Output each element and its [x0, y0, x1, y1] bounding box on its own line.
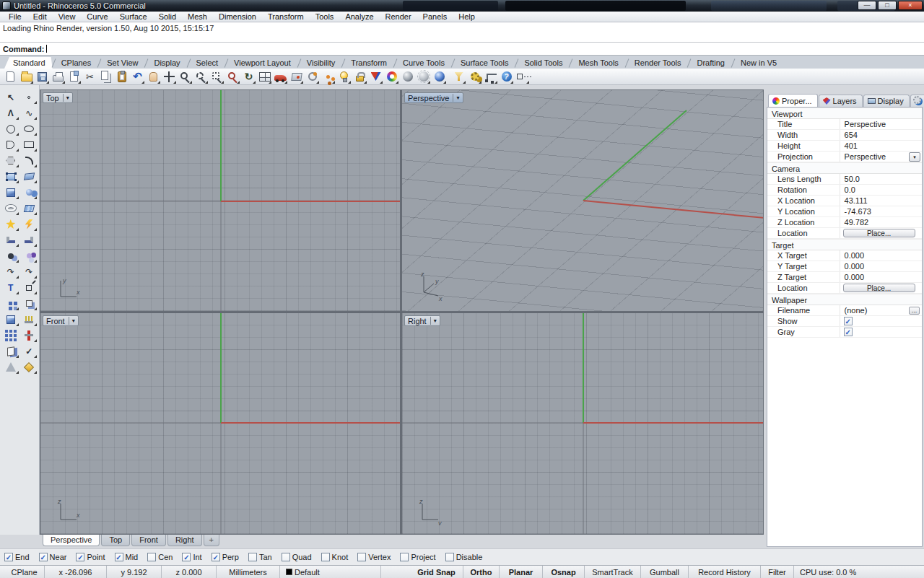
menu-curve[interactable]: Curve: [81, 12, 113, 22]
tab-cplanes[interactable]: CPlanes: [53, 57, 99, 69]
gears-options-icon[interactable]: [467, 69, 482, 84]
osnap-cen[interactable]: Cen: [147, 553, 173, 561]
shaded-sphere-icon[interactable]: [400, 69, 415, 84]
tab-set-view[interactable]: Set View: [98, 57, 145, 69]
array-grid-icon[interactable]: [2, 328, 19, 343]
viewport-label-perspective[interactable]: Perspective ▾: [404, 92, 463, 103]
osnap-mid[interactable]: ✓ Mid: [115, 553, 139, 561]
end-checkbox[interactable]: ✓: [4, 553, 13, 561]
status-record-history-toggle[interactable]: Record History: [689, 566, 761, 578]
gray-checkbox[interactable]: ✓: [844, 328, 853, 336]
box-icon[interactable]: [2, 185, 19, 200]
target-place-button[interactable]: Place...: [843, 284, 915, 292]
copy-view-icon[interactable]: [66, 69, 82, 84]
car-icon[interactable]: [273, 69, 288, 84]
cut-icon[interactable]: ✂: [82, 69, 97, 84]
new-viewport-tab-button[interactable]: +: [204, 535, 219, 546]
explode-star-icon[interactable]: [2, 216, 19, 232]
minimize-button[interactable]: —: [858, 1, 876, 10]
chevron-down-icon[interactable]: ▾: [456, 95, 459, 101]
osnap-project[interactable]: Project: [400, 553, 435, 561]
viewport-perspective[interactable]: zyx Perspective ▾: [401, 89, 764, 312]
selection-filter-funnel-icon[interactable]: [451, 69, 466, 84]
viewport-tab-front[interactable]: Front: [131, 535, 166, 546]
single-point-icon[interactable]: [21, 89, 38, 105]
panel-options-gear-icon[interactable]: [913, 96, 921, 104]
property-value[interactable]: 0.000: [840, 251, 922, 260]
tab-render-tools[interactable]: Render Tools: [626, 57, 689, 69]
status-planar-toggle[interactable]: Planar: [500, 566, 543, 578]
cen-checkbox[interactable]: [147, 553, 156, 561]
project-checkbox[interactable]: [400, 553, 409, 561]
pan-hand-icon[interactable]: [146, 69, 161, 84]
command-prompt[interactable]: Command:: [0, 42, 924, 55]
duplicate-icon[interactable]: [21, 296, 38, 311]
tab-mesh-tools[interactable]: Mesh Tools: [570, 57, 625, 69]
tan-checkbox[interactable]: [248, 553, 257, 561]
curve-hook-icon[interactable]: ↷: [2, 264, 19, 279]
property-value[interactable]: 0.0: [840, 185, 922, 194]
osnap-perp[interactable]: ✓ Perp: [212, 553, 239, 561]
tab-layers[interactable]: Layers: [819, 95, 863, 107]
camera-place-button[interactable]: Place...: [843, 229, 915, 237]
osnap-int[interactable]: ✓ Int: [182, 553, 201, 561]
property-value[interactable]: 49.782: [840, 218, 922, 227]
torus-icon[interactable]: [2, 201, 19, 216]
show-checkbox[interactable]: ✓: [844, 317, 853, 325]
browse-button[interactable]: ...: [909, 307, 920, 315]
rotate-view-icon[interactable]: ↻: [241, 69, 256, 84]
polygon-icon[interactable]: [2, 153, 19, 168]
save-icon[interactable]: [35, 69, 50, 84]
gumball-clamp-icon[interactable]: [21, 328, 38, 343]
tab-viewport-layout[interactable]: Viewport Layout: [225, 57, 298, 69]
menu-render[interactable]: Render: [380, 12, 417, 22]
ghosted-sphere-icon[interactable]: [416, 69, 431, 84]
close-button[interactable]: ×: [898, 1, 923, 10]
osnap-disable[interactable]: Disable: [445, 553, 483, 561]
tab-properties[interactable]: Proper...: [768, 94, 818, 107]
disable-checkbox[interactable]: [445, 553, 454, 561]
zoom-dynamic-icon[interactable]: [178, 69, 193, 84]
osnap-quad[interactable]: Quad: [282, 553, 312, 561]
control-point-curve-icon[interactable]: ∿: [21, 105, 38, 121]
status-cplane[interactable]: CPlane: [4, 566, 45, 578]
viewport-front[interactable]: zx Front ▾: [40, 312, 401, 535]
property-value[interactable]: -74.673: [840, 207, 922, 216]
viewport-label-front[interactable]: Front ▾: [43, 315, 79, 326]
status-gumball-toggle[interactable]: Gumball: [641, 566, 689, 578]
fillet-corner-icon[interactable]: [21, 153, 38, 168]
orbit-icon[interactable]: [305, 69, 320, 84]
tab-solid-tools[interactable]: Solid Tools: [515, 57, 570, 69]
tab-new-in-v5[interactable]: New in V5: [732, 57, 784, 69]
undo-icon[interactable]: ↶: [130, 69, 145, 84]
osnap-end[interactable]: ✓ End: [4, 553, 30, 561]
tab-drafting[interactable]: Drafting: [688, 57, 732, 69]
knot-checkbox[interactable]: [321, 553, 330, 561]
maximize-button[interactable]: □: [878, 1, 897, 10]
vertex-checkbox[interactable]: [357, 553, 366, 561]
viewport-tab-right[interactable]: Right: [167, 535, 202, 546]
quad-checkbox[interactable]: [282, 553, 290, 561]
tab-curve-tools[interactable]: Curve Tools: [394, 57, 452, 69]
print-icon[interactable]: [51, 69, 66, 84]
mid-checkbox[interactable]: ✓: [115, 553, 123, 561]
status-ortho-toggle[interactable]: Ortho: [463, 566, 500, 578]
new-file-icon[interactable]: [3, 69, 18, 84]
lightbulb-icon[interactable]: [336, 69, 352, 84]
spheres-icon[interactable]: [21, 185, 38, 200]
surface-control-net-icon[interactable]: [2, 169, 19, 184]
menu-analyze[interactable]: Analyze: [339, 12, 379, 22]
tab-transform[interactable]: Transform: [342, 57, 394, 69]
point-checkbox[interactable]: ✓: [76, 553, 84, 561]
text-icon[interactable]: T: [2, 280, 19, 295]
chevron-down-icon[interactable]: ▾: [66, 95, 69, 101]
move-icon[interactable]: [162, 69, 177, 84]
select-pointer-icon[interactable]: ↖: [2, 89, 19, 105]
paste-icon[interactable]: [114, 69, 129, 84]
scale-square-arrow-icon[interactable]: [21, 280, 38, 295]
check-mark-icon[interactable]: ✓: [21, 343, 38, 359]
projection-dropdown-button[interactable]: ▾: [909, 152, 920, 162]
zoom-selected-icon[interactable]: [225, 69, 240, 84]
rectangle-icon[interactable]: [21, 137, 38, 152]
osnap-vertex[interactable]: Vertex: [357, 553, 391, 561]
